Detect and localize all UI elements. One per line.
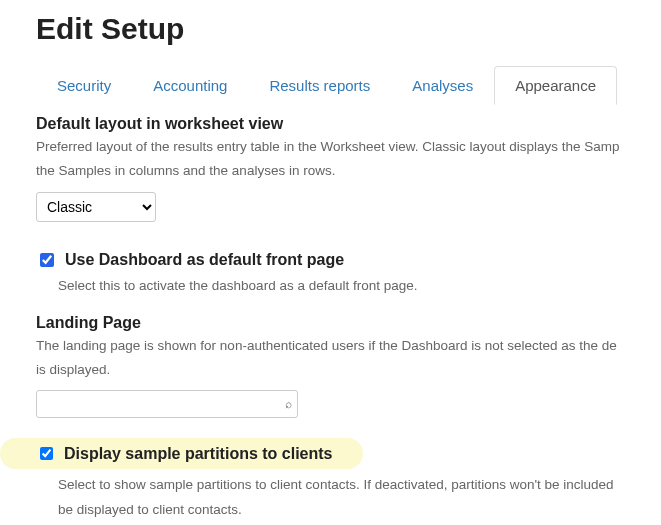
landing-help-2: is displayed.: [36, 360, 661, 380]
partitions-help-1: Select to show sample partitions to clie…: [58, 475, 661, 495]
dashboard-checkbox-label: Use Dashboard as default front page: [65, 251, 344, 269]
tab-analyses[interactable]: Analyses: [391, 66, 494, 105]
page-title: Edit Setup: [36, 12, 661, 46]
tab-security[interactable]: Security: [36, 66, 132, 105]
layout-help-2: the Samples in columns and the analyses …: [36, 161, 661, 181]
landing-help-1: The landing page is shown for non-authen…: [36, 336, 661, 356]
dashboard-checkbox-row: Use Dashboard as default front page: [36, 250, 661, 270]
landing-section-title: Landing Page: [36, 314, 661, 332]
partitions-highlight: Display sample partitions to clients: [0, 438, 363, 469]
layout-select[interactable]: Classic: [36, 192, 156, 222]
tab-appearance[interactable]: Appearance: [494, 66, 617, 105]
dashboard-checkbox[interactable]: [40, 253, 54, 267]
tab-accounting[interactable]: Accounting: [132, 66, 248, 105]
partitions-checkbox[interactable]: [40, 447, 53, 460]
tab-results-reports[interactable]: Results reports: [248, 66, 391, 105]
partitions-checkbox-label: Display sample partitions to clients: [64, 445, 333, 463]
layout-section-title: Default layout in worksheet view: [36, 115, 661, 133]
partitions-help-2: be displayed to client contacts.: [58, 500, 661, 520]
tab-bar: Security Accounting Results reports Anal…: [36, 66, 661, 105]
dashboard-help: Select this to activate the dashboard as…: [58, 276, 661, 296]
layout-help-1: Preferred layout of the results entry ta…: [36, 137, 661, 157]
landing-page-input[interactable]: [36, 390, 298, 418]
